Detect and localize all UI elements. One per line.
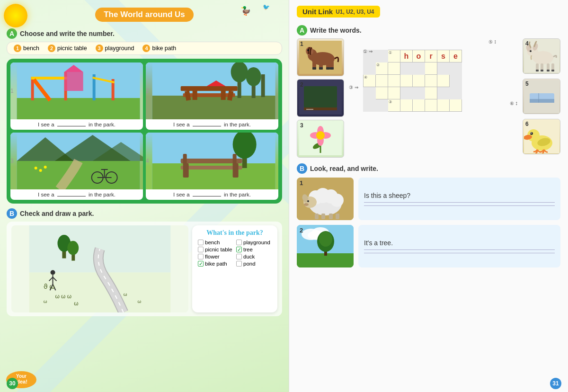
checkbox-flower[interactable] — [198, 254, 204, 259]
svg-rect-6 — [64, 72, 83, 91]
cw-cell-r4c6[interactable] — [437, 99, 450, 112]
lrs-answer-line-1b[interactable] — [364, 205, 555, 206]
cw-cell-r3c1[interactable] — [376, 87, 388, 99]
crossword-grid: ⑤↕ ⑥↕ ① h o r s — [349, 38, 518, 158]
svg-rect-82 — [330, 67, 334, 70]
left-page: 🦆 🐦 The World around Us A Choose and wri… — [0, 0, 289, 392]
cw-cell-r1c2[interactable] — [388, 62, 400, 75]
crossword-img-goat: 4 — [523, 38, 560, 74]
cw-cell-r0c7[interactable]: e — [450, 50, 462, 62]
unit-link-title: Unit Link — [302, 8, 333, 16]
cw-cell-r4c3[interactable] — [400, 99, 413, 112]
crossword-img-board: 2 — [297, 79, 344, 117]
svg-rect-48 — [232, 154, 236, 166]
vocab-word-3: playground — [105, 45, 134, 52]
svg-rect-132 — [329, 214, 333, 219]
cw-cell-r0c4[interactable]: o — [413, 50, 425, 62]
check-item-bench[interactable]: bench — [198, 240, 233, 245]
cw-cell-r2c2[interactable] — [388, 75, 400, 87]
right-section-b-header: B Look, read, and write. — [297, 163, 560, 174]
park-drawing-area[interactable]: ϑ ω ω ω ω ω ω ω ω — [11, 225, 188, 312]
grid-caption-3: I see a in the park. — [34, 189, 119, 200]
grid-caption-2: I see a in the park. — [169, 119, 255, 130]
checkbox-playground[interactable] — [236, 240, 242, 245]
section-b-badge: B — [7, 208, 17, 219]
cw-cell-r4c2[interactable]: ③ — [388, 99, 400, 112]
check-label-tree: tree — [243, 247, 253, 252]
unit-link-banner: Unit Link U1, U2, U3, U4 — [297, 6, 380, 18]
cw-cell-r2c0[interactable]: ④ — [364, 75, 376, 87]
svg-text:ω: ω — [44, 299, 47, 304]
lrs-item-2: 2 It's a tree. — [297, 225, 560, 267]
cw-cell-r1c1[interactable]: ② — [376, 62, 388, 75]
svg-rect-80 — [319, 67, 323, 70]
right-section-b-instruction: Look, read, and write. — [310, 165, 378, 172]
check-grid: bench playground picnic table ✓ tree flo… — [198, 240, 272, 267]
svg-point-141 — [319, 232, 332, 247]
check-item-duck[interactable]: duck — [236, 254, 272, 259]
check-item-picnic-table[interactable]: picnic table — [198, 247, 233, 252]
svg-rect-18 — [180, 86, 237, 91]
cw-cell-r3c5[interactable] — [425, 87, 437, 99]
lrs-content-2: It's a tree. — [358, 225, 560, 267]
checkbox-bench[interactable] — [198, 240, 204, 245]
grid-cell-1: 1 — [10, 62, 143, 130]
svg-rect-111 — [530, 99, 554, 103]
cw-cell-r0c2[interactable]: ① — [388, 50, 400, 62]
vocab-word-4: bike path — [152, 45, 176, 52]
section-a-badge: A — [7, 28, 17, 39]
svg-rect-81 — [326, 67, 330, 70]
svg-rect-12 — [152, 96, 275, 119]
cw-cell-r4c5[interactable] — [425, 99, 437, 112]
crossword-left-images: 1 — [297, 38, 344, 158]
grid-caption-1: I see a in the park. — [34, 119, 119, 130]
svg-rect-17 — [261, 74, 265, 97]
check-item-tree[interactable]: ✓ tree — [236, 247, 272, 252]
section-a-header: A Choose and write the number. — [7, 28, 282, 39]
cw-cell-r2c5[interactable] — [425, 75, 437, 87]
cw-cell-r0c6[interactable]: s — [437, 50, 450, 62]
lrs-answer-line-2b[interactable] — [364, 253, 555, 253]
section-b-header: B Check and draw a park. — [7, 208, 282, 219]
crossword-img-horse: 1 — [297, 38, 344, 76]
lrs-content-1: Is this a sheep? — [358, 178, 560, 220]
check-item-playground[interactable]: playground — [236, 240, 272, 245]
svg-rect-22 — [192, 89, 197, 100]
check-item-bike-path[interactable]: ✓ bike path — [198, 261, 233, 267]
checklist-title: What's in the park? — [198, 229, 272, 237]
svg-rect-1 — [17, 98, 140, 119]
svg-rect-86 — [306, 109, 313, 110]
crossword-img-eraser: 5 — [523, 79, 560, 114]
cw-cell-r0c3[interactable]: h — [400, 50, 413, 62]
lrs-answer-line-2[interactable] — [364, 249, 555, 250]
checkbox-pond[interactable] — [236, 261, 242, 267]
park-section: ϑ ω ω ω ω ω ω ω ω What's in the park? be… — [7, 222, 282, 316]
check-item-flower[interactable]: flower — [198, 254, 233, 259]
cw-cell-r2c6[interactable] — [437, 75, 450, 87]
vocab-item-2: 2 picnic table — [48, 45, 87, 52]
cw-cell-r2c4[interactable] — [413, 75, 425, 87]
page-number-left: 30 — [7, 378, 18, 389]
svg-rect-23 — [221, 89, 225, 100]
lrs-answer-line-1[interactable] — [364, 202, 555, 203]
cw-cell-r0c5[interactable]: r — [425, 50, 437, 62]
cw-cell-r4c7[interactable] — [450, 99, 462, 112]
check-item-pond[interactable]: pond — [236, 261, 272, 267]
svg-point-30 — [34, 167, 37, 169]
cw-cell-r4c4[interactable] — [413, 99, 425, 112]
checkbox-bike-path[interactable]: ✓ — [198, 261, 204, 267]
checkbox-picnic-table[interactable] — [198, 247, 204, 252]
cw-cell-r1c5[interactable] — [425, 62, 437, 75]
cw-cell-r2c1[interactable] — [376, 75, 388, 87]
svg-rect-112 — [538, 93, 539, 103]
checkbox-tree[interactable]: ✓ — [236, 247, 242, 252]
checkbox-duck[interactable] — [236, 254, 242, 259]
section-a-instruction: Choose and write the number. — [20, 30, 115, 37]
crossword-right-images: 4 — [523, 38, 560, 158]
crossword-table: ① h o r s e ② — [363, 50, 462, 112]
svg-point-117 — [530, 132, 533, 135]
cw-cell-r2c3[interactable] — [400, 75, 413, 87]
cw-cell-r3c2[interactable] — [388, 87, 400, 99]
bike-path-image: 3 — [10, 133, 143, 189]
svg-rect-47 — [183, 154, 186, 166]
